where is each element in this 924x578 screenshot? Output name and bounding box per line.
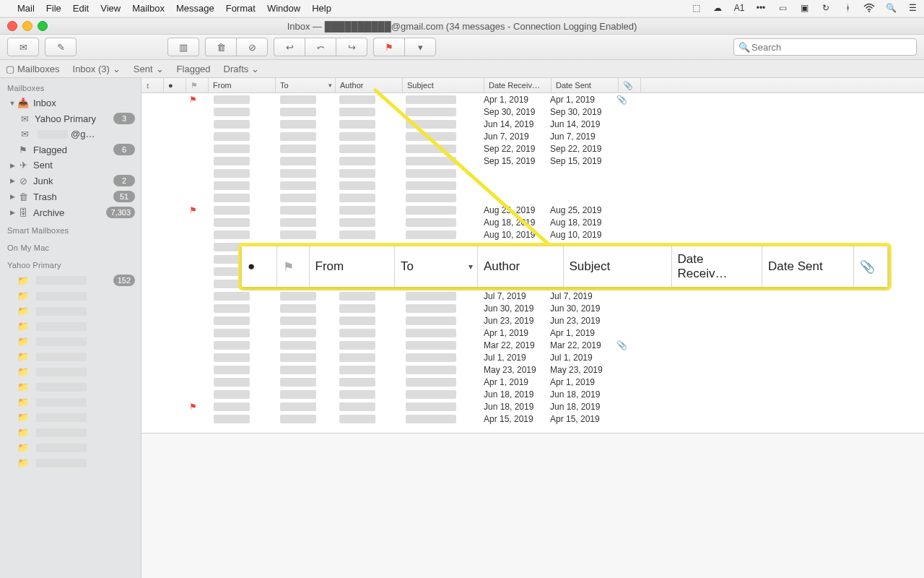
- message-row[interactable]: Mar 22, 2019Mar 22, 2019📎: [141, 339, 924, 351]
- message-row[interactable]: Jul 1, 2019Jul 1, 2019: [141, 351, 924, 363]
- junk-button[interactable]: ⊘: [236, 38, 268, 56]
- callout-col-read[interactable]: ●: [242, 246, 277, 287]
- sidebar-folder[interactable]: 📁: [0, 303, 141, 319]
- message-row[interactable]: Apr 1, 2019Apr 1, 2019: [141, 376, 924, 388]
- sidebar-inbox[interactable]: ▼📥Inbox: [0, 95, 141, 111]
- close-window[interactable]: [7, 21, 17, 31]
- col-read[interactable]: ●: [164, 78, 186, 92]
- adobe-icon[interactable]: A 1: [733, 2, 745, 14]
- menu-icon[interactable]: ☰: [907, 2, 918, 14]
- fav-sent[interactable]: Sent⌄: [134, 64, 164, 74]
- message-row[interactable]: Aug 18, 2019Aug 18, 2019: [141, 216, 924, 228]
- message-row[interactable]: Jun 23, 2019Jun 23, 2019: [141, 314, 924, 327]
- fav-drafts[interactable]: Drafts⌄: [224, 64, 260, 74]
- fav-mailboxes[interactable]: ▢Mailboxes: [6, 64, 60, 74]
- archive-button[interactable]: ▥: [167, 38, 199, 56]
- callout-col-author[interactable]: Author: [478, 246, 564, 287]
- sidebar-trash[interactable]: ▶🗑Trash51: [0, 189, 141, 204]
- sidebar-yahoo-primary[interactable]: ✉Yahoo Primary3: [0, 111, 141, 126]
- callout-col-flag[interactable]: ⚑: [277, 246, 310, 287]
- message-row[interactable]: ⚑Apr 1, 2019Apr 1, 2019📎: [141, 93, 924, 105]
- col-to[interactable]: To: [276, 78, 336, 92]
- callout-col-date-received[interactable]: Date Receiv…: [672, 246, 763, 287]
- menu-file[interactable]: File: [46, 3, 61, 14]
- sidebar-folder[interactable]: 📁: [0, 394, 141, 410]
- message-row[interactable]: ⚑Jun 18, 2019Jun 18, 2019: [141, 400, 924, 413]
- delete-button[interactable]: 🗑: [205, 38, 236, 56]
- col-from[interactable]: From: [209, 78, 276, 92]
- menu-mailbox[interactable]: Mailbox: [132, 3, 165, 14]
- flag-dropdown-button[interactable]: ▾: [404, 38, 436, 56]
- sidebar-folder[interactable]: 📁: [0, 410, 141, 425]
- search-input[interactable]: [750, 41, 912, 53]
- menu-format[interactable]: Format: [226, 3, 256, 14]
- more-icon[interactable]: •••: [755, 2, 767, 14]
- screen-icon[interactable]: ▭: [777, 2, 788, 14]
- spotlight-icon[interactable]: 🔍: [885, 2, 897, 14]
- message-row[interactable]: Jun 7, 2019Jun 7, 2019: [141, 130, 924, 142]
- col-subject[interactable]: Subject: [403, 78, 484, 92]
- callout-col-attachment[interactable]: 📎: [854, 246, 888, 287]
- sidebar-folder[interactable]: 📁: [0, 425, 141, 440]
- message-row[interactable]: [141, 191, 924, 204]
- message-row[interactable]: Jun 18, 2019Jun 18, 2019: [141, 388, 924, 400]
- forward-button[interactable]: ↪: [336, 38, 367, 56]
- message-row[interactable]: Jun 30, 2019Jun 30, 2019: [141, 302, 924, 314]
- menu-help[interactable]: Help: [312, 3, 331, 14]
- col-date-received[interactable]: Date Receiv…: [484, 78, 552, 92]
- wifi-icon[interactable]: [863, 2, 875, 14]
- menu-view[interactable]: View: [100, 3, 121, 14]
- appname[interactable]: Mail: [17, 3, 35, 14]
- sidebar-folder[interactable]: 📁: [0, 364, 141, 379]
- menu-window[interactable]: Window: [267, 3, 300, 14]
- col-date-sent[interactable]: Date Sent: [552, 78, 619, 92]
- callout-col-date-sent[interactable]: Date Sent: [762, 246, 854, 287]
- message-row[interactable]: Aug 10, 2019Aug 10, 2019: [141, 228, 924, 241]
- message-row[interactable]: Sep 22, 2019Sep 22, 2019: [141, 142, 924, 155]
- message-row[interactable]: Apr 1, 2019Apr 1, 2019: [141, 327, 924, 339]
- sidebar-folder[interactable]: 📁: [0, 440, 141, 455]
- message-row[interactable]: Sep 30, 2019Sep 30, 2019: [141, 105, 924, 118]
- col-flag[interactable]: ⚑: [186, 78, 209, 92]
- message-row[interactable]: [141, 167, 924, 179]
- search-field[interactable]: 🔍: [733, 38, 917, 56]
- sidebar-folder[interactable]: 📁: [0, 319, 141, 334]
- message-row[interactable]: Jun 14, 2019Jun 14, 2019: [141, 118, 924, 130]
- col-author[interactable]: Author: [336, 78, 403, 92]
- bluetooth-icon[interactable]: ᚼ: [842, 2, 853, 14]
- message-row[interactable]: Sep 15, 2019Sep 15, 2019: [141, 155, 924, 167]
- sidebar-folder[interactable]: 📁: [0, 455, 141, 470]
- sidebar-folder[interactable]: 📁: [0, 379, 141, 394]
- airplay-icon[interactable]: ▣: [798, 2, 810, 14]
- sidebar-folder[interactable]: 📁: [0, 349, 141, 364]
- menu-message[interactable]: Message: [176, 3, 214, 14]
- fav-flagged[interactable]: Flagged: [177, 64, 211, 74]
- message-row[interactable]: Apr 15, 2019Apr 15, 2019: [141, 413, 924, 425]
- sidebar-folder[interactable]: 📁152: [0, 272, 141, 288]
- dropbox-icon[interactable]: ⬚: [690, 2, 702, 14]
- reply-all-button[interactable]: ⤺: [305, 38, 336, 56]
- sidebar-folder[interactable]: 📁: [0, 334, 141, 349]
- message-row[interactable]: ⚑Aug 25, 2019Aug 25, 2019: [141, 204, 924, 216]
- callout-col-to[interactable]: To: [395, 246, 478, 287]
- col-thread[interactable]: ↕: [141, 78, 164, 92]
- message-row[interactable]: May 23, 2019May 23, 2019: [141, 363, 924, 376]
- sidebar-gmail[interactable]: ✉@g…: [0, 126, 141, 142]
- col-attachment[interactable]: 📎: [619, 78, 641, 92]
- sidebar-junk[interactable]: ▶⊘Junk2: [0, 173, 141, 189]
- callout-col-subject[interactable]: Subject: [564, 246, 672, 287]
- timemachine-icon[interactable]: ↻: [820, 2, 832, 14]
- titlebar[interactable]: Inbox — ██████████@gmail.com (34 message…: [0, 18, 924, 35]
- compose-button[interactable]: ✎: [45, 38, 77, 56]
- flag-button[interactable]: ⚑: [373, 38, 404, 56]
- cloud-icon[interactable]: ☁: [712, 2, 723, 14]
- sidebar-folder[interactable]: 📁: [0, 288, 141, 303]
- sidebar-flagged[interactable]: ⚑Flagged6: [0, 142, 141, 158]
- zoom-window[interactable]: [38, 21, 48, 31]
- reply-button[interactable]: ↩: [274, 38, 305, 56]
- callout-col-from[interactable]: From: [310, 246, 396, 287]
- sidebar-archive[interactable]: ▶🗄Archive7,303: [0, 204, 141, 220]
- menu-edit[interactable]: Edit: [73, 3, 89, 14]
- minimize-window[interactable]: [22, 21, 32, 31]
- sidebar-sent[interactable]: ▶✈Sent: [0, 158, 141, 173]
